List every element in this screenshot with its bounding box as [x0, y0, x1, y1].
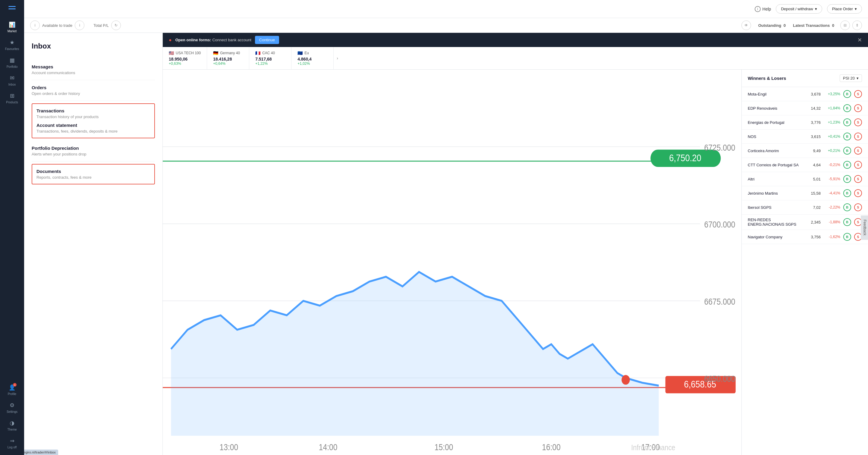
sell-button[interactable]: S: [854, 175, 862, 183]
wl-filter-select[interactable]: PSI 20 ▾: [840, 74, 862, 82]
wl-stock-row[interactable]: NOS 3,615 +0,41% B S: [742, 130, 868, 144]
account-statement-title: Account statement: [36, 123, 150, 128]
stock-price: 3,756: [807, 235, 821, 239]
ticker-price: 18.416,28: [213, 57, 243, 62]
wl-stock-row[interactable]: CTT Correios de Portugal SA 4,64 -0,21% …: [742, 158, 868, 172]
stock-change: -2,22%: [824, 205, 840, 209]
expand-icon[interactable]: ⇕: [852, 21, 862, 30]
available-info-icon2[interactable]: i: [75, 21, 84, 30]
ticker-name: Germany 40: [220, 51, 240, 55]
settings-icon: ⚙: [8, 402, 16, 409]
sell-button[interactable]: S: [854, 203, 862, 211]
sell-button[interactable]: S: [854, 119, 862, 126]
wl-stock-row[interactable]: Jerónimo Martins 15,58 -4,41% B S: [742, 186, 868, 200]
header: i Help Deposit / withdraw ▾ Place Order …: [24, 0, 868, 18]
chevron-down-icon: ▾: [857, 76, 859, 80]
notif-body: Connect bank account: [212, 38, 251, 42]
ticker-next-button[interactable]: ›: [334, 47, 341, 69]
sidebar-item-portfolio[interactable]: ▦ Portfolio: [0, 54, 24, 71]
portfolio-icon: ▦: [8, 57, 16, 64]
stock-name: Navigator Company: [748, 235, 804, 239]
outstanding-value: 0: [784, 23, 786, 28]
filter-icon[interactable]: ⊟: [840, 21, 850, 30]
sidebar-item-products[interactable]: ⊞ Products: [0, 89, 24, 107]
wl-stock-row[interactable]: Corticeira Amorim 9,49 +0,21% B S: [742, 144, 868, 158]
buy-button[interactable]: B: [843, 189, 851, 197]
sidebar-item-label: Portfolio: [7, 65, 18, 68]
sell-button[interactable]: S: [854, 133, 862, 140]
notif-continue-button[interactable]: Continue: [255, 36, 279, 44]
ticker-header: 🇫🇷 CAC 40: [255, 51, 285, 56]
sell-button[interactable]: S: [854, 161, 862, 169]
transactions-desc: Transaction history of your products: [36, 115, 150, 119]
buy-button[interactable]: B: [843, 203, 851, 211]
sidebar-item-profile[interactable]: 👤 1 Profile: [0, 381, 24, 399]
orders-title: Orders: [32, 85, 155, 90]
latest-transactions-value: 0: [832, 23, 834, 28]
sidebar-item-inbox[interactable]: ✉ Inbox: [0, 71, 24, 89]
total-pl-item: Total P/L ↻: [93, 21, 121, 30]
documents-title: Documents: [36, 169, 150, 174]
stock-change: +1,23%: [824, 120, 840, 125]
sell-button[interactable]: S: [854, 147, 862, 155]
sidebar-item-logoff[interactable]: ⇒ Log off: [0, 434, 24, 452]
portfolio-dep-desc: Alerts when your positions drop: [32, 152, 155, 156]
deposit-withdraw-button[interactable]: Deposit / withdraw ▾: [776, 4, 822, 13]
sell-button[interactable]: S: [854, 104, 862, 112]
wl-stock-row[interactable]: REN-REDES ENERG.NACIONAIS SGPS 2,345 -1,…: [742, 215, 868, 230]
stock-change: +1,84%: [824, 106, 840, 110]
wl-stock-row[interactable]: Altri 5,01 -5,91% B S: [742, 172, 868, 186]
inbox-icon: ✉: [8, 74, 16, 82]
buy-button[interactable]: B: [843, 133, 851, 140]
available-to-trade-item: i Available to trade i: [30, 21, 84, 30]
refresh-icon[interactable]: ↻: [111, 21, 121, 30]
available-info-icon[interactable]: i: [30, 21, 40, 30]
control-buttons: ⊟ ⇕: [840, 21, 862, 30]
documents-desc: Reports, contracts, fees & more: [36, 175, 150, 180]
sell-button[interactable]: S: [854, 90, 862, 98]
buy-button[interactable]: B: [843, 161, 851, 169]
notif-close-button[interactable]: ✕: [858, 37, 862, 43]
buy-button[interactable]: B: [843, 104, 851, 112]
ticker-usa-tech[interactable]: 🇺🇸 USA TECH 100 18.950,06 +0,63%: [163, 47, 207, 69]
inbox-transactions-item[interactable]: Transactions Transaction history of your…: [32, 103, 155, 138]
sidebar-item-market[interactable]: 📊 Market: [0, 18, 24, 36]
sidebar-item-label: Inbox: [8, 83, 16, 86]
feedback-tab[interactable]: Feedback: [861, 216, 868, 240]
main-area: i Help Deposit / withdraw ▾ Place Order …: [24, 0, 868, 455]
eye-icon[interactable]: 👁: [741, 21, 751, 30]
wl-stock-row[interactable]: Energias de Portugal 3,776 +1,23% B S: [742, 116, 868, 130]
info-icon: i: [755, 6, 761, 12]
wl-stock-row[interactable]: Navigator Company 3,756 -1,62% B S: [742, 230, 868, 244]
ticker-cac40[interactable]: 🇫🇷 CAC 40 7.517,68 +1,22%: [249, 47, 291, 69]
outstanding-label: Outstanding: [758, 23, 781, 28]
buy-button[interactable]: B: [843, 233, 851, 241]
sidebar-item-theme[interactable]: ◑ Theme: [0, 416, 24, 434]
ticker-eu[interactable]: 🇪🇺 Eu 4.860,4 +1,02%: [291, 47, 334, 69]
stock-price: 2,345: [807, 220, 821, 225]
wl-stock-row[interactable]: EDP Renováveis 14,32 +1,84% B S: [742, 101, 868, 116]
buy-button[interactable]: B: [843, 90, 851, 98]
sell-button[interactable]: S: [854, 189, 862, 197]
inbox-portfolio-depreciation-item[interactable]: Portfolio Depreciation Alerts when your …: [32, 141, 155, 162]
wl-title: Winners & Losers: [748, 76, 786, 81]
buy-button[interactable]: B: [843, 175, 851, 183]
buy-button[interactable]: B: [843, 218, 851, 226]
logo[interactable]: [6, 3, 18, 12]
wl-stock-row[interactable]: Mota-Engil 3,678 +3,25% B S: [742, 87, 868, 101]
ticker-germany40[interactable]: 🇩🇪 Germany 40 18.416,28 +0,64%: [207, 47, 249, 69]
sidebar-item-settings[interactable]: ⚙ Settings: [0, 399, 24, 416]
sidebar-item-favourites[interactable]: ★ Favourites: [0, 36, 24, 54]
buy-button[interactable]: B: [843, 147, 851, 155]
buy-button[interactable]: B: [843, 119, 851, 126]
inbox-messages-item[interactable]: Messages Account communications: [32, 59, 155, 80]
help-button[interactable]: i Help: [755, 6, 771, 12]
sidebar-item-label: Theme: [7, 428, 17, 431]
inbox-documents-item[interactable]: Documents Reports, contracts, fees & mor…: [32, 164, 155, 185]
inbox-orders-item[interactable]: Orders Open orders & order history: [32, 80, 155, 101]
place-order-button[interactable]: Place Order ▾: [827, 4, 862, 13]
portfolio-dep-title: Portfolio Depreciation: [32, 145, 155, 151]
wl-stock-row[interactable]: Ibersol SGPS 7,02 -2,22% B S: [742, 200, 868, 215]
available-to-trade-label: Available to trade: [42, 23, 72, 28]
ticker-header: 🇪🇺 Eu: [298, 51, 327, 56]
